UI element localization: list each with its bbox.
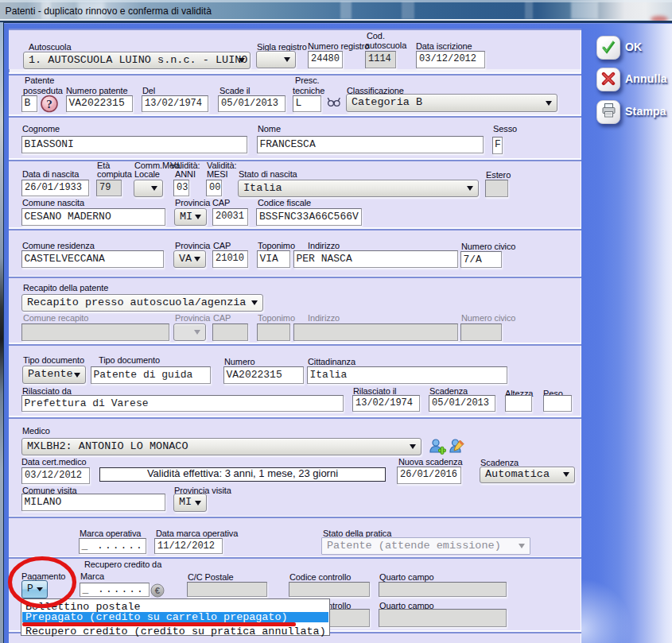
svg-text:?: ? bbox=[46, 97, 52, 110]
svg-text:€: € bbox=[155, 586, 161, 595]
